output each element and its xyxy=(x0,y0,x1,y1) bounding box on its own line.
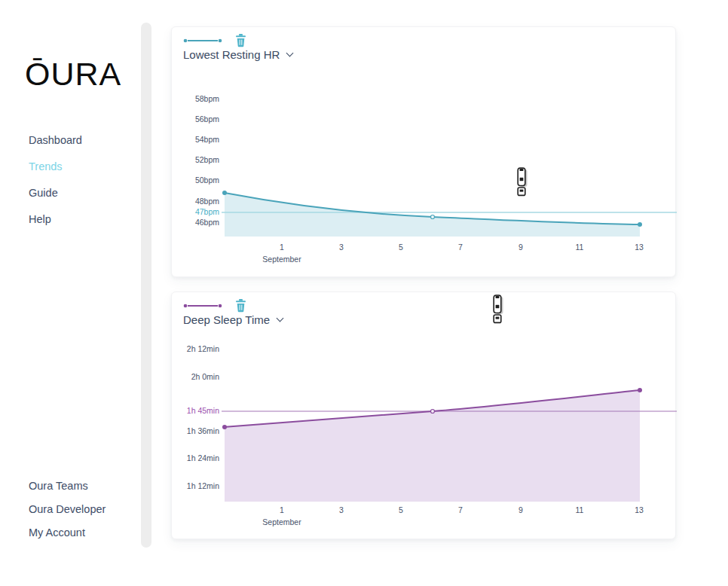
sidebar: ŌURA Dashboard Trends Guide Help Oura Te… xyxy=(0,0,158,586)
x-axis-label: 9 xyxy=(518,243,523,252)
y-axis-label: 48bpm xyxy=(195,197,219,206)
chart-legend xyxy=(182,298,246,313)
chart-card-lowest-resting-hr: 58bpm 56bpm 54bpm 52bpm 50bpm 48bpm 47bp… xyxy=(171,26,676,277)
y-axis-label: 1h 12min xyxy=(187,481,219,490)
sidebar-footer-nav: Oura Teams Oura Developer My Account xyxy=(29,480,106,550)
chart-title-dropdown[interactable]: Deep Sleep Time xyxy=(183,313,283,326)
y-axis-label: 58bpm xyxy=(195,94,219,103)
y-axis-label: 46bpm xyxy=(195,218,219,227)
legend-swatch-line xyxy=(182,302,225,310)
y-axis-label: 1h 24min xyxy=(187,453,219,462)
average-value-label: 47bpm xyxy=(195,207,219,216)
data-point[interactable] xyxy=(431,215,435,219)
x-axis-label: 3 xyxy=(339,243,344,252)
drag-cursor-icon xyxy=(493,295,504,324)
x-axis-label: 11 xyxy=(576,505,584,514)
trend-area xyxy=(225,390,640,502)
chart-legend xyxy=(182,33,246,48)
delete-chart-button[interactable] xyxy=(235,299,246,313)
chart-title: Lowest Resting HR xyxy=(183,48,280,61)
y-axis-label: 50bpm xyxy=(195,175,219,185)
deep-sleep-chart[interactable]: 2h 12min 2h 0min 1h 45min 1h 36min 1h 24… xyxy=(172,292,677,540)
average-value-label: 1h 45min xyxy=(187,406,219,415)
chart-card-deep-sleep-time: 2h 12min 2h 0min 1h 45min 1h 36min 1h 24… xyxy=(171,291,676,539)
oura-trends-page: ŌURA Dashboard Trends Guide Help Oura Te… xyxy=(0,0,728,586)
chevron-down-icon xyxy=(277,315,284,322)
x-axis-label: 13 xyxy=(635,243,644,252)
sidebar-item-oura-teams[interactable]: Oura Teams xyxy=(29,480,106,503)
legend-swatch-line xyxy=(182,37,225,44)
sidebar-item-oura-developer[interactable]: Oura Developer xyxy=(29,503,106,526)
chart-title-dropdown[interactable]: Lowest Resting HR xyxy=(183,48,292,61)
sidebar-item-dashboard[interactable]: Dashboard xyxy=(29,134,82,160)
x-axis-label: 5 xyxy=(399,243,403,252)
sidebar-item-help[interactable]: Help xyxy=(29,213,82,240)
scrollbar-track[interactable] xyxy=(141,23,151,548)
y-axis-label: 2h 12min xyxy=(187,344,219,353)
sidebar-nav: Dashboard Trends Guide Help xyxy=(29,134,82,240)
data-point[interactable] xyxy=(431,410,435,414)
x-axis-label: 1 xyxy=(280,505,284,514)
sidebar-item-trends[interactable]: Trends xyxy=(29,160,82,187)
data-point[interactable] xyxy=(222,425,227,429)
sidebar-item-my-account[interactable]: My Account xyxy=(29,526,106,550)
chevron-down-icon xyxy=(286,50,294,57)
x-axis-label: 9 xyxy=(518,505,523,514)
x-axis-label: 13 xyxy=(635,505,644,514)
y-axis-label: 56bpm xyxy=(195,114,219,124)
drag-cursor-icon xyxy=(517,167,528,197)
oura-logo[interactable]: ŌURA xyxy=(25,56,121,93)
resting-hr-chart[interactable]: 58bpm 56bpm 54bpm 52bpm 50bpm 48bpm 47bp… xyxy=(172,27,677,278)
x-axis-label: 3 xyxy=(339,505,344,514)
x-axis-label: 5 xyxy=(399,505,403,514)
x-axis-label: 1 xyxy=(280,243,284,252)
data-point[interactable] xyxy=(638,222,642,227)
month-label: September xyxy=(262,255,301,264)
sidebar-item-guide[interactable]: Guide xyxy=(29,187,82,213)
y-axis-label: 54bpm xyxy=(195,135,219,144)
trash-icon xyxy=(235,299,246,313)
trash-icon xyxy=(235,34,246,47)
month-label: September xyxy=(262,517,301,526)
delete-chart-button[interactable] xyxy=(235,34,246,47)
y-axis-label: 52bpm xyxy=(195,155,219,164)
chart-title: Deep Sleep Time xyxy=(183,313,270,326)
y-axis-label: 1h 36min xyxy=(187,426,219,435)
y-axis-label: 2h 0min xyxy=(191,372,220,381)
data-point[interactable] xyxy=(638,388,642,392)
x-axis-label: 7 xyxy=(458,243,463,252)
x-axis-label: 11 xyxy=(576,243,584,252)
data-point[interactable] xyxy=(222,191,227,195)
x-axis-label: 7 xyxy=(458,505,463,514)
